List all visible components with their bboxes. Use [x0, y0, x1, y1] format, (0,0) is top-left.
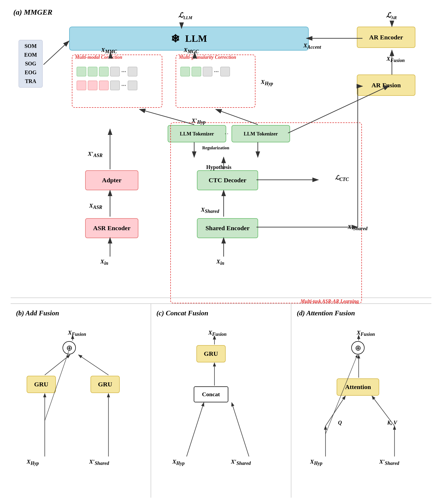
part-b-title: (b) Add Fusion: [16, 309, 145, 317]
x-in-right-label: Xin: [216, 258, 224, 266]
x-accent-label: XAccent: [303, 42, 321, 50]
panel-d: (d) Attention Fusion XFusion ⊕ Attention…: [291, 304, 431, 498]
b-x-fusion: XFusion: [68, 329, 86, 337]
d-kv-label: K, V: [387, 420, 397, 426]
mgc-token-gray-1: [203, 67, 212, 76]
token-block-red-2: [88, 81, 97, 90]
svg-line-2: [44, 41, 69, 65]
mtar-label: Multi-task ASR-AR Learning: [301, 299, 359, 304]
token-block-red-1: [77, 81, 86, 90]
svg-line-28: [79, 355, 109, 375]
token-tra: TRA: [19, 77, 42, 86]
token-block-gray-2: [128, 67, 137, 76]
shared-encoder-label: Shared Encoder: [205, 225, 250, 232]
svg-line-35: [187, 403, 204, 456]
x-hyp-prime-label: X′Hyp: [192, 117, 205, 125]
mmc-label: Multi-modal Correction: [75, 55, 122, 60]
mmc-red-tokens: ···: [75, 80, 160, 91]
x-shared-label: XShared: [201, 206, 219, 214]
shared-encoder-box: Shared Encoder: [197, 218, 258, 238]
loss-ctc-label: ℒCTC: [335, 174, 349, 182]
part-d-title: (d) Attention Fusion: [297, 309, 426, 317]
token-eog: EOG: [19, 68, 42, 77]
snowflake-icon: ❄: [171, 32, 180, 45]
token-sog: SOG: [19, 59, 42, 68]
x-asr-label: XASR: [89, 202, 102, 210]
main-container: (a) MMGER SOM EOM SOG EOG TRA ❄ LLM ℒLLM…: [0, 0, 442, 503]
c-concat: Concat: [194, 386, 228, 402]
token-block-gray-3: [110, 81, 120, 90]
mtar-box: Multi-task ASR-AR Learning: [170, 122, 362, 303]
svg-line-41: [326, 396, 346, 426]
asr-encoder-label: ASR Encoder: [93, 225, 131, 232]
mmc-green-tokens: ···: [75, 66, 160, 77]
part-c-title: (c) Concat Fusion: [156, 309, 286, 317]
mgc-token-green-2: [192, 67, 201, 76]
b-x-hyp: XHyp: [27, 458, 39, 466]
token-block-gray-1: [110, 67, 120, 76]
svg-line-27: [45, 355, 70, 375]
dots-2: ···: [121, 82, 126, 89]
ar-fusion-label: AR Fusion: [371, 82, 401, 89]
token-list: SOM EOM SOG EOG TRA: [19, 40, 43, 88]
d-attention: Attention: [337, 378, 379, 396]
d-add-op: ⊕: [351, 341, 365, 354]
part-a-diagram: (a) MMGER SOM EOM SOG EOG TRA ❄ LLM ℒLLM…: [11, 5, 431, 298]
x-shared-prime-label: X′Shared: [348, 224, 367, 232]
c-gru: GRU: [196, 345, 226, 362]
x-hyp-label: XHyp: [261, 79, 273, 86]
mmc-box: Multi-modal Correction ··· ···: [72, 55, 162, 108]
mgc-label: Multi-granularity Correction: [179, 55, 236, 60]
token-block-red-3: [99, 81, 109, 90]
b-gru-left: GRU: [27, 376, 56, 393]
mgc-box: Multi-granularity Correction ···: [176, 55, 255, 108]
loss-ar-label: ℒAR: [386, 11, 397, 20]
x-in-left-label: Xin: [100, 258, 108, 266]
token-som: SOM: [19, 42, 42, 51]
x-asr-prime-label: X′ASR: [88, 150, 103, 158]
x-fusion-label: XFusion: [386, 55, 405, 63]
token-eom: EOM: [19, 51, 42, 59]
token-block-green-1: [77, 67, 86, 76]
x-mmc-label: XMMC: [101, 47, 117, 55]
d-q-label: Q: [338, 420, 342, 426]
x-mgc-label: XMGC: [184, 47, 199, 55]
token-block-green-3: [99, 67, 109, 76]
token-block-green-2: [88, 67, 97, 76]
dots-1: ···: [121, 68, 126, 75]
c-x-fusion: XFusion: [208, 329, 227, 337]
part-a-title: (a) MMGER: [13, 8, 52, 16]
ctc-decoder-label: CTC Decoder: [209, 177, 246, 184]
d-x-hyp: XHyp: [310, 458, 322, 466]
ar-fusion-box: AR Fusion: [357, 75, 415, 96]
mgc-token-green-1: [180, 67, 190, 76]
asr-encoder-box: ASR Encoder: [85, 218, 138, 238]
b-gru-right: GRU: [90, 376, 120, 393]
c-x-hyp: XHyp: [172, 458, 185, 466]
loss-llm-label: ℒLLM: [178, 11, 192, 20]
panel-c: (c) Concat Fusion XFusion GRU Concat XHy…: [151, 304, 292, 498]
svg-line-36: [232, 403, 249, 456]
ar-encoder-label: AR Encoder: [369, 34, 403, 41]
llm-label: LLM: [185, 33, 207, 44]
bottom-row: (b) Add Fusion XFusion ⊕ GRU GRU XHyp X′…: [11, 303, 431, 498]
mgc-dots: ···: [214, 68, 219, 75]
adapter-label: Adpter: [102, 177, 121, 184]
d-x-shared-prime: X′Shared: [379, 458, 399, 466]
c-x-shared-prime: X′Shared: [231, 458, 251, 466]
adapter-box: Adpter: [85, 170, 138, 190]
mgc-green-tokens: ···: [178, 66, 253, 77]
mgc-token-gray-2: [220, 67, 230, 76]
ctc-decoder-box: CTC Decoder: [197, 170, 258, 190]
b-add-op: ⊕: [63, 341, 76, 354]
ar-encoder-box: AR Encoder: [357, 27, 415, 48]
d-x-fusion: XFusion: [357, 329, 375, 337]
token-block-gray-4: [128, 81, 137, 90]
panel-b: (b) Add Fusion XFusion ⊕ GRU GRU XHyp X′…: [11, 304, 151, 498]
b-x-shared-prime: X′Shared: [89, 458, 109, 466]
hypothesis-label: Hypothesis: [206, 164, 231, 170]
